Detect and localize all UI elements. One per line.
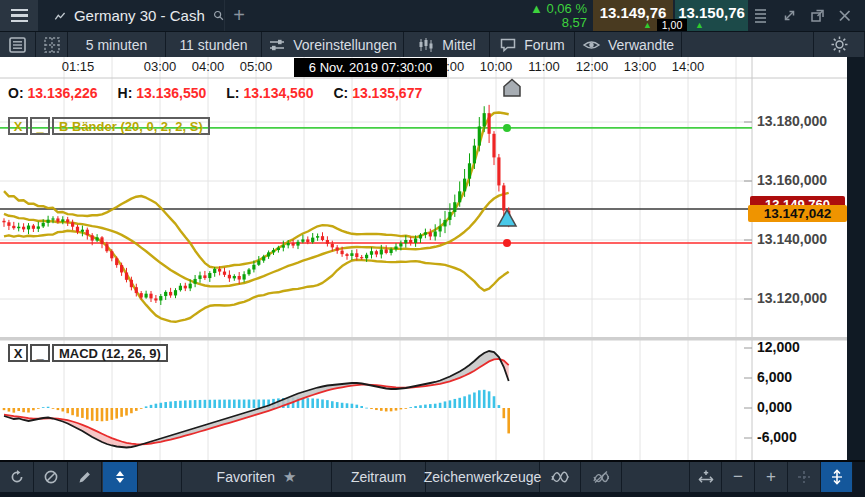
ohlc-readout: O: 13.136,226H: 13.136,550L: 13.134,560C… <box>8 85 442 101</box>
mean-button[interactable]: Mittel <box>404 32 490 57</box>
macd-tick-label: 0,000 <box>757 399 792 415</box>
time-label: 01:15 <box>62 59 95 74</box>
time-label: 04:00 <box>192 59 225 74</box>
time-label: 10:00 <box>480 59 513 74</box>
drag-handle-icon[interactable] <box>752 7 769 24</box>
chart-settings-button[interactable] <box>813 32 865 57</box>
layout-grid-button[interactable] <box>36 32 68 57</box>
forum-label: Forum <box>524 37 564 53</box>
range-button[interactable]: 11 stunden <box>166 32 262 57</box>
speech-bubble-icon <box>499 36 517 53</box>
disable-drawings-button[interactable] <box>35 462 68 492</box>
waves-icon <box>550 468 570 486</box>
spread-badge: 1,00 <box>657 19 687 31</box>
plus-icon: + <box>766 467 776 487</box>
add-horizontal-space-button[interactable] <box>690 462 722 492</box>
open-label: O: <box>8 85 24 101</box>
toolbar-blank-2 <box>622 462 690 492</box>
drawing-tools-label: Zeichenwerkzeuge <box>424 469 542 485</box>
sort-order-button[interactable] <box>103 462 138 492</box>
title-bar: Germany 30 - Cash + ▲ 0,06 % 8,57 13.149… <box>0 0 865 31</box>
buy-up-arrow-icon: ▲ <box>695 20 704 30</box>
close-value: 13.135,677 <box>352 85 422 101</box>
zoom-in-button[interactable]: + <box>755 462 788 492</box>
vertical-scale-button[interactable] <box>821 462 853 492</box>
macd-tick-label: 6,000 <box>757 369 792 385</box>
high-value: 13.136,550 <box>136 85 206 101</box>
add-tab-button[interactable]: + <box>224 0 254 31</box>
arrows-vertical-icon <box>829 468 845 486</box>
list-icon <box>8 36 27 54</box>
chart-list-button[interactable] <box>0 32 36 57</box>
popout-window-icon[interactable] <box>809 7 826 24</box>
forum-button[interactable]: Forum <box>490 32 575 57</box>
bollinger-minimize-button[interactable]: _ <box>30 117 50 135</box>
macd-minimize-button[interactable]: _ <box>30 344 50 362</box>
presets-label: Voreinstellungen <box>293 37 397 53</box>
timeframe-button[interactable]: 5 minuten <box>68 32 166 57</box>
low-label: L: <box>226 85 239 101</box>
pane-separator <box>0 337 847 341</box>
change-percent: ▲ 0,06 % <box>513 2 587 16</box>
timeframe-label: 5 minuten <box>86 37 147 53</box>
bottom-strip <box>0 492 865 497</box>
favorites-label: Favoriten <box>217 469 275 485</box>
line-chart-icon <box>54 8 66 24</box>
position-marker-triangle <box>498 210 516 226</box>
change-block: ▲ 0,06 % 8,57 <box>513 2 587 30</box>
trading-app-window: Germany 30 - Cash + ▲ 0,06 % 8,57 13.149… <box>0 0 865 497</box>
mean-label: Mittel <box>442 37 475 53</box>
period-button[interactable]: Zeitraum <box>332 462 426 492</box>
change-absolute: 8,57 <box>513 16 587 30</box>
related-button[interactable]: Verwandte <box>575 32 682 57</box>
chart-area[interactable]: 01:1503:0004:0005:0009:0010:0011:0012:00… <box>0 57 847 460</box>
macd-legend-label: MACD (12, 26, 9) <box>52 344 168 362</box>
open-value: 13.136,226 <box>27 85 97 101</box>
hide-indicators-button[interactable] <box>581 462 622 492</box>
time-label: 14:00 <box>672 59 705 74</box>
reset-chart-button[interactable] <box>1 462 34 492</box>
eye-icon <box>582 37 601 53</box>
grid-layout-icon <box>43 36 61 54</box>
period-label: Zeitraum <box>351 469 406 485</box>
instrument-tab[interactable]: Germany 30 - Cash <box>46 0 225 31</box>
gear-icon <box>830 35 849 54</box>
sell-up-arrow-icon: ▲ <box>643 20 652 30</box>
high-label: H: <box>118 85 133 101</box>
macd-close-button[interactable]: X <box>8 344 28 362</box>
macd-tick-label: -6,000 <box>757 429 797 445</box>
hamburger-menu-button[interactable] <box>0 0 38 31</box>
show-indicators-button[interactable] <box>540 462 581 492</box>
pencil-icon <box>76 468 94 486</box>
candles-icon <box>417 36 435 54</box>
alert-line-red-dot <box>503 239 511 247</box>
crosshair-plus-icon <box>795 468 813 486</box>
low-value: 13.134,560 <box>243 85 313 101</box>
zoom-out-button[interactable]: − <box>722 462 755 492</box>
waves-off-icon <box>591 468 611 486</box>
instrument-title: Germany 30 - Cash <box>74 7 205 24</box>
close-icon[interactable] <box>836 7 853 24</box>
bollinger-legend: X _ B Bänder (20, 0, 2, 2, S) <box>8 117 210 135</box>
presets-button[interactable]: Voreinstellungen <box>262 32 404 57</box>
draw-button[interactable] <box>69 462 102 492</box>
slash-circle-icon <box>42 468 60 486</box>
bollinger-close-button[interactable]: X <box>8 117 28 135</box>
drawing-tools-button[interactable]: Zeichenwerkzeuge <box>426 462 540 492</box>
bollinger-legend-label: B Bänder (20, 0, 2, 2, S) <box>52 117 210 135</box>
macd-tick-label: 12,000 <box>757 339 800 355</box>
alert-line-green-dot <box>503 124 511 132</box>
price-tick-label: 13.140,000 <box>757 231 827 247</box>
position-price-badge: 13.147,042 <box>748 205 847 222</box>
price-tick-label: 13.180,000 <box>757 113 827 129</box>
range-label: 11 stunden <box>179 37 247 53</box>
toolbar-spacer <box>682 32 813 57</box>
bottom-right-corner <box>853 462 865 492</box>
favorites-button[interactable]: Favoriten ★ <box>182 462 332 492</box>
fullscreen-icon[interactable] <box>781 7 798 24</box>
crosshair-button[interactable] <box>788 462 821 492</box>
right-edge-strip <box>847 57 865 460</box>
related-label: Verwandte <box>608 37 674 53</box>
time-axis-tooltip: 6 Nov. 2019 07:30:00 <box>294 58 447 77</box>
search-icon[interactable] <box>213 7 224 24</box>
